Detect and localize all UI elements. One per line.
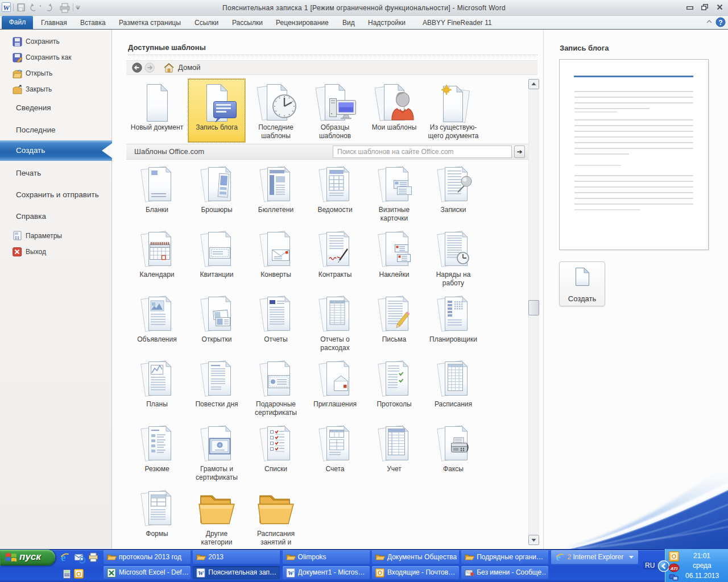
- svg-text:O: O: [378, 570, 382, 576]
- svg-text:O: O: [76, 571, 81, 577]
- svg-text:e: e: [61, 551, 65, 563]
- svg-text:ATI: ATI: [670, 566, 678, 571]
- svg-text:W: W: [198, 569, 204, 576]
- svg-text:e: e: [556, 552, 560, 562]
- svg-text:?: ?: [718, 19, 722, 27]
- svg-text:W: W: [3, 3, 10, 12]
- svg-text:W: W: [288, 569, 294, 576]
- svg-text:O: O: [672, 553, 677, 560]
